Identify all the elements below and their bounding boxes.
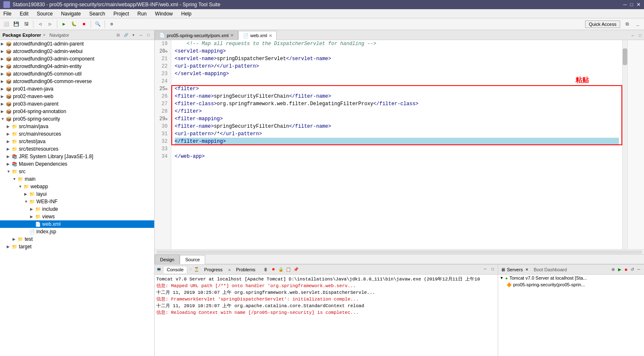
tree-item[interactable]: ▶📁test	[0, 235, 154, 243]
tree-item[interactable]: ▶📁src/test/resources	[0, 145, 154, 153]
server-start-btn[interactable]: ▶	[617, 267, 623, 272]
tab-web-xml[interactable]: 📄 web.xml ✕	[238, 31, 277, 40]
title-bar: Station190830 - pro05-spring-security/sr…	[0, 0, 644, 9]
toolbar-fwd[interactable]: ▷	[46, 20, 55, 29]
console-scroll-lock-icon[interactable]: 🔒	[277, 266, 284, 273]
tree-item[interactable]: ▶📁layui	[0, 190, 154, 198]
console-stop-icon[interactable]: ■	[270, 266, 277, 273]
toolbar-back[interactable]: ◁	[36, 20, 45, 29]
maximize-btn[interactable]: □	[630, 2, 633, 8]
menu-navigate[interactable]: Navigate	[59, 10, 82, 17]
tree-item[interactable]: ▼📁WEB-INF	[0, 198, 154, 205]
console-pin-icon[interactable]: 📌	[293, 266, 299, 273]
tree-item[interactable]: ▶📦atcrowdfunding04-admin-entity	[0, 63, 154, 70]
package-explorer-tab[interactable]: Package Explorer	[3, 33, 41, 38]
tree-item[interactable]: ▶📦pro01-maven-java	[0, 85, 154, 93]
tree-item[interactable]: ▶📦atcrowdfunding05-common-util	[0, 70, 154, 78]
tree-item[interactable]: ▶📁src/main/resources	[0, 130, 154, 138]
tree-item[interactable]: 📄index.jsp	[0, 228, 154, 235]
toolbar-save[interactable]: 💾	[12, 20, 21, 29]
menu-run[interactable]: Run	[136, 10, 148, 17]
right-scrollbar[interactable]	[622, 40, 627, 249]
quick-access-box[interactable]: Quick Access	[585, 20, 620, 28]
horiz-scrollbar-thumb[interactable]	[156, 250, 642, 254]
server-stop-btn[interactable]: ■	[624, 267, 629, 272]
main-layout: Package Explorer ✕ Navigator ⊟ 🔗 ▾ ─ □ ▶…	[0, 30, 644, 356]
tree-item[interactable]: ▶📦pro02-maven-web	[0, 93, 154, 100]
close-btn[interactable]: ✕	[636, 2, 641, 8]
tree-item[interactable]: 📄web.xml	[0, 220, 154, 228]
maximize-sidebar-icon[interactable]: □	[145, 32, 152, 38]
console-copy-icon[interactable]: 📋	[285, 266, 292, 273]
tree-item[interactable]: ▼📁main	[0, 175, 154, 183]
servers-close[interactable]: ✕	[525, 268, 529, 272]
server-tomcat-item[interactable]: ▼ ● Tomcat v7.0 Server at localhost [Sta…	[498, 275, 644, 281]
minimize-btn[interactable]: ─	[623, 2, 627, 8]
toolbar-debug[interactable]: 🐛	[69, 20, 79, 29]
console-min-icon[interactable]: ─	[482, 266, 489, 273]
menu-window[interactable]: Window	[153, 10, 175, 17]
toolbar-save-all[interactable]: 🖫	[22, 20, 31, 29]
tree-item[interactable]: ▶📦pro04-spring-annotation	[0, 108, 154, 115]
scrollbar-thumb[interactable]	[623, 48, 627, 65]
server-restart-btn[interactable]: ↺	[629, 267, 635, 272]
tree-item[interactable]: ▶📦atcrowdfunding02-admin-webui	[0, 48, 154, 55]
tree-item[interactable]: ▶📦pro03-maven-parent	[0, 100, 154, 108]
tree-item[interactable]: ▶📁include	[0, 205, 154, 213]
boot-dashboard-label[interactable]: Boot Dashboard	[534, 267, 567, 272]
tree-item[interactable]: ▼📦pro05-spring-security	[0, 115, 154, 123]
minimize-sidebar-icon[interactable]: ─	[137, 32, 144, 38]
tree-item[interactable]: ▼📁webapp	[0, 183, 154, 190]
toolbar-run[interactable]: ▶	[59, 20, 69, 29]
menu-file[interactable]: File	[2, 10, 13, 17]
horiz-scrollbar[interactable]	[155, 249, 644, 254]
tree-item[interactable]: ▼📁src	[0, 168, 154, 175]
toolbar-new[interactable]: ⬜	[2, 20, 11, 29]
tree-item[interactable]: ▶📚JRE System Library [JavaSE-1.8]	[0, 153, 154, 160]
collapse-all-icon[interactable]: ⊟	[115, 32, 122, 38]
menu-project[interactable]: Project	[112, 10, 130, 17]
menu-help[interactable]: Help	[180, 10, 193, 17]
design-tab[interactable]: Design	[155, 255, 180, 264]
line-num-23: 23	[156, 70, 169, 78]
editor-tab-min[interactable]: ─	[629, 32, 636, 40]
server-expand-arrow[interactable]: ▼	[500, 276, 504, 280]
code-content[interactable]: <!-- Map all requests to the DispatcherS…	[171, 40, 622, 249]
editor-tab-max[interactable]: □	[636, 32, 644, 40]
toolbar-search[interactable]: 🔍	[93, 20, 102, 29]
progress-tab[interactable]: Progress	[201, 266, 227, 273]
server-project-item[interactable]: 🔶 pro05-spring-security(pro05-sprin...	[498, 281, 644, 288]
link-editor-icon[interactable]: 🔗	[122, 32, 129, 38]
server-min-btn[interactable]: ─	[636, 267, 641, 272]
toolbar-stop[interactable]: ■	[79, 20, 89, 29]
tree-item[interactable]: ▶📚Maven Dependencies	[0, 160, 154, 168]
code-line-34: </web-app>	[175, 153, 619, 160]
code-line-21: <servlet-name>springDispatcherServlet</s…	[175, 55, 619, 63]
tree-item[interactable]: ▶📁src/main/java	[0, 123, 154, 130]
toolbar-settings[interactable]: ⚙	[107, 20, 116, 29]
pom-tab-close[interactable]: ✕	[230, 33, 234, 38]
navigator-tab[interactable]: Navigator	[49, 33, 69, 38]
toolbar-window-btn[interactable]: ⧉	[623, 20, 632, 29]
problems-tab[interactable]: Problems	[232, 266, 259, 273]
console-max-icon[interactable]: □	[489, 266, 496, 273]
code-line-25: <filter>	[175, 85, 619, 93]
menu-edit[interactable]: Edit	[18, 10, 30, 17]
tree-item[interactable]: ▶📁views	[0, 213, 154, 220]
menu-search[interactable]: Search	[87, 10, 107, 17]
webxml-tab-close[interactable]: ✕	[269, 33, 272, 38]
console-clear-icon[interactable]: 🗑	[262, 266, 269, 273]
tree-item[interactable]: ▶📁src/test/java	[0, 138, 154, 145]
tree-item[interactable]: ▶📦atcrowdfunding06-common-reverse	[0, 78, 154, 85]
source-tab[interactable]: Source	[180, 255, 205, 264]
menu-source[interactable]: Source	[35, 10, 54, 17]
tree-item[interactable]: ▶📦atcrowdfunding03-admin-component	[0, 55, 154, 63]
sidebar-close-icon[interactable]: ✕	[43, 33, 46, 37]
toolbar-minimize-btn[interactable]: _	[633, 20, 642, 29]
tree-item[interactable]: ▶📦atcrowdfunding01-admin-parent	[0, 40, 154, 48]
tree-item[interactable]: ▶📁target	[0, 243, 154, 250]
tab-pom-xml[interactable]: 📄 pro05-spring-security/pom.xml ✕	[155, 30, 238, 40]
console-tab[interactable]: Console	[163, 266, 187, 273]
server-new-btn[interactable]: ⊕	[610, 267, 616, 272]
menu-icon[interactable]: ▾	[130, 32, 137, 38]
